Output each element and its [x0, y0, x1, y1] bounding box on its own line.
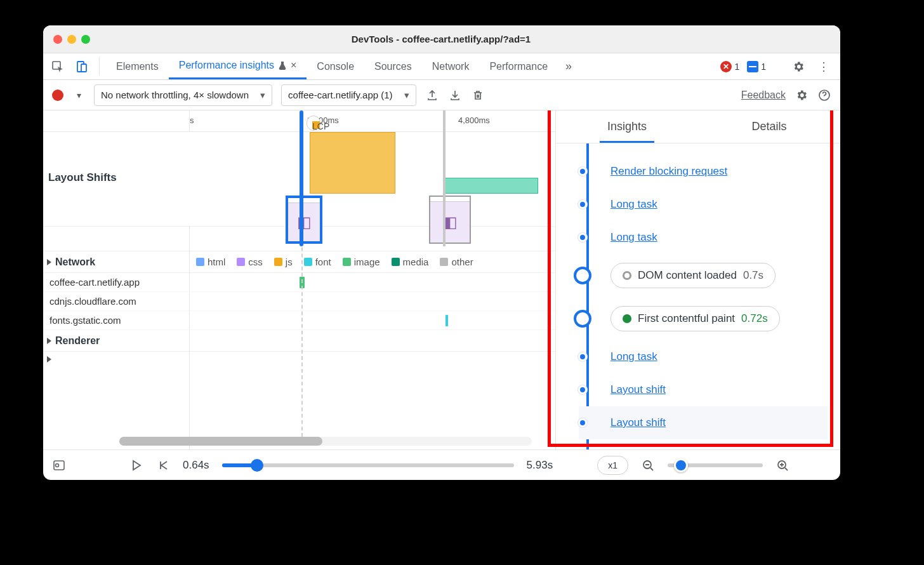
- bullet-icon: [578, 385, 587, 394]
- play-icon[interactable]: [129, 460, 143, 471]
- legend-html-icon: [196, 258, 204, 266]
- devtools-tabbar: Elements Performance insights × Console …: [43, 53, 840, 80]
- insight-link[interactable]: Long task: [610, 231, 657, 244]
- network-host-row[interactable]: fonts.gstatic.com: [43, 311, 555, 330]
- frame-thumbnail-selected[interactable]: ◧: [286, 196, 322, 244]
- legend-js-icon: [274, 258, 282, 266]
- tab-details[interactable]: Details: [698, 110, 840, 143]
- tab-performance-insights[interactable]: Performance insights ×: [169, 53, 307, 79]
- help-icon[interactable]: [817, 88, 831, 102]
- insight-link[interactable]: Layout shift: [610, 416, 666, 429]
- tab-performance[interactable]: Performance: [479, 53, 558, 79]
- insight-milestone[interactable]: First contentful paint 0.72s: [579, 297, 828, 340]
- request-bar[interactable]: [446, 315, 448, 326]
- selected-frame-marker[interactable]: [300, 110, 303, 246]
- errors-badge[interactable]: ✕ 1: [720, 61, 739, 72]
- insight-link[interactable]: Render blocking request: [610, 165, 727, 178]
- tab-insights[interactable]: Insights: [556, 110, 698, 143]
- insight-item[interactable]: Layout shift: [579, 373, 828, 406]
- insight-link[interactable]: Long task: [610, 350, 657, 363]
- page-select[interactable]: coffee-cart.netlify.app (1) ▾: [281, 84, 416, 106]
- zoom-in-icon[interactable]: [776, 460, 789, 471]
- lcp-marker[interactable]: LCP: [307, 116, 320, 131]
- bullet-icon: [578, 418, 587, 427]
- tab-elements[interactable]: Elements: [106, 53, 169, 79]
- slider-knob[interactable]: [251, 459, 263, 472]
- zoom-level[interactable]: x1: [597, 456, 628, 475]
- chevron-down-icon: ▾: [404, 90, 409, 101]
- toolbar-settings-icon[interactable]: [795, 88, 808, 102]
- svg-rect-2: [81, 64, 86, 72]
- scrollbar-handle[interactable]: [119, 437, 322, 446]
- insight-item[interactable]: Long task: [579, 188, 828, 221]
- import-icon[interactable]: [448, 88, 462, 102]
- legend-other-icon: [440, 258, 448, 266]
- zoom-out-icon[interactable]: [641, 460, 655, 471]
- tab-console[interactable]: Console: [307, 53, 364, 79]
- throttle-select[interactable]: No network throttling, 4× slowdown ▾: [94, 84, 272, 106]
- insight-milestone[interactable]: DOM content loaded 0.7s: [579, 254, 828, 297]
- timeline-panel: s 3,200ms 4,800ms LCP Layout Shifts ◧: [43, 110, 556, 449]
- chevron-down-icon: ▾: [260, 90, 265, 101]
- layout-shifts-label: Layout Shifts: [48, 171, 117, 184]
- time-slider[interactable]: [222, 463, 514, 467]
- milestone-pill: First contentful paint 0.72s: [610, 306, 780, 331]
- settings-icon[interactable]: [789, 60, 807, 73]
- disclosure-triangle-icon: [47, 338, 51, 344]
- ruler-tick-4800: 4,800ms: [458, 116, 490, 125]
- network-legend: html css js font image media other: [196, 256, 473, 267]
- maximize-window-button[interactable]: [81, 35, 90, 44]
- tab-sources[interactable]: Sources: [364, 53, 422, 79]
- inspect-element-icon[interactable]: [47, 53, 69, 79]
- milestone-bullet-icon: [574, 310, 591, 328]
- side-tabs: Insights Details: [556, 110, 840, 143]
- insight-link[interactable]: Layout shift: [610, 383, 666, 396]
- network-host-row[interactable]: coffee-cart.netlify.app: [43, 273, 555, 292]
- network-header[interactable]: Network html css js font image media oth…: [43, 251, 555, 273]
- collapsed-section-row[interactable]: [43, 352, 555, 367]
- more-icon[interactable]: ⋮: [815, 60, 833, 74]
- insight-item[interactable]: Long task: [579, 340, 828, 373]
- device-toolbar-icon[interactable]: [71, 53, 93, 79]
- tabs-overflow-button[interactable]: »: [560, 53, 577, 79]
- export-icon[interactable]: [425, 88, 439, 102]
- ruler-unit: s: [190, 116, 194, 125]
- chat-icon: [747, 61, 758, 72]
- feedback-link[interactable]: Feedback: [741, 90, 786, 101]
- insight-item[interactable]: Render blocking request: [579, 155, 828, 188]
- insight-item[interactable]: Long task: [579, 221, 828, 254]
- disclosure-triangle-icon: [47, 259, 51, 265]
- renderer-header[interactable]: Renderer: [43, 330, 555, 352]
- legend-image-icon: [343, 258, 351, 266]
- lcp-region[interactable]: [310, 132, 395, 194]
- tab-network[interactable]: Network: [422, 53, 480, 79]
- image-region[interactable]: [443, 178, 538, 194]
- legend-css-icon: [237, 258, 245, 266]
- insights-toolbar: ▾ No network throttling, 4× slowdown ▾ c…: [43, 80, 840, 110]
- milestone-bullet-icon: [574, 267, 591, 284]
- flask-icon: [278, 61, 287, 70]
- horizontal-scrollbar[interactable]: [119, 437, 532, 446]
- bullet-icon: [578, 233, 587, 242]
- rewind-icon[interactable]: [156, 460, 170, 471]
- frame-thumbnail[interactable]: ◧: [429, 196, 471, 244]
- network-host-row[interactable]: cdnjs.cloudflare.com: [43, 292, 555, 311]
- overview-track[interactable]: Layout Shifts ◧ ◧: [43, 132, 555, 226]
- record-options-button[interactable]: ▾: [72, 90, 85, 100]
- side-panel: Insights Details Render blocking request…: [556, 110, 840, 449]
- messages-badge[interactable]: 1: [747, 61, 766, 72]
- close-window-button[interactable]: [53, 35, 62, 44]
- trash-icon[interactable]: [471, 88, 485, 102]
- zoom-slider[interactable]: [668, 463, 763, 467]
- milestone-pill: DOM content loaded 0.7s: [610, 263, 776, 288]
- minimize-window-button[interactable]: [67, 35, 76, 44]
- screenshot-overlay-icon[interactable]: [52, 459, 66, 472]
- devtools-window: DevTools - coffee-cart.netlify.app/?ad=1…: [43, 25, 840, 480]
- insight-item[interactable]: Layout shift: [579, 406, 828, 439]
- zoom-slider-knob[interactable]: [674, 458, 688, 472]
- traffic-lights: [53, 35, 90, 44]
- dcl-dot-icon: [623, 271, 631, 280]
- close-tab-button[interactable]: ×: [291, 60, 296, 71]
- record-button[interactable]: [52, 90, 63, 101]
- insight-link[interactable]: Long task: [610, 198, 657, 211]
